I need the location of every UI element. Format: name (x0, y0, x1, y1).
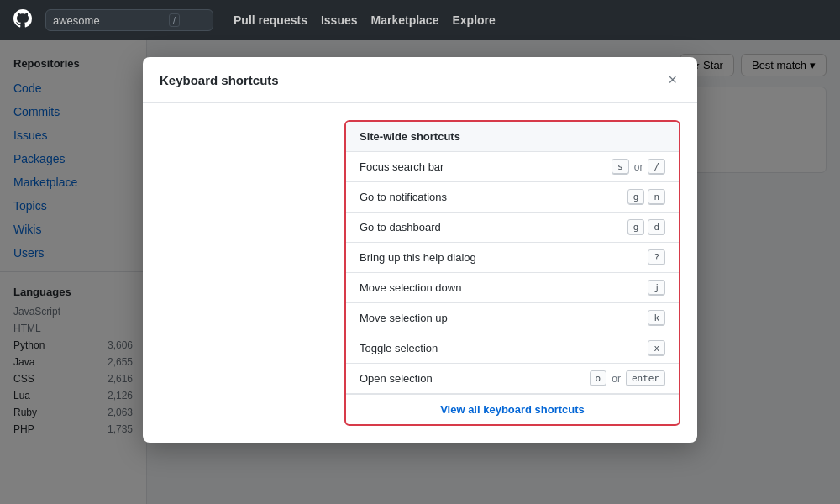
shortcut-label: Move selection down (360, 281, 461, 294)
shortcut-help-dialog: Bring up this help dialog ? (346, 243, 679, 273)
key-enter: enter (626, 370, 665, 386)
modal-right-panel: Site-wide shortcuts Focus search bar s o… (344, 120, 680, 426)
shortcut-label: Toggle selection (360, 342, 438, 354)
modal-body: Site-wide shortcuts Focus search bar s o… (143, 103, 697, 443)
shortcut-label: Open selection (360, 372, 433, 385)
modal-left-panel (160, 120, 328, 426)
shortcut-keys: o or enter (590, 370, 665, 386)
shortcut-label: Go to dashboard (360, 221, 441, 234)
shortcut-go-dashboard: Go to dashboard g d (346, 213, 679, 243)
shortcut-keys: g n (627, 189, 665, 205)
shortcuts-section-header: Site-wide shortcuts (346, 122, 679, 152)
search-input[interactable] (53, 14, 162, 27)
page-content: Repositories Code Commits Issues Package… (0, 40, 840, 504)
shortcut-label: Move selection up (360, 312, 448, 324)
modal-close-button[interactable]: × (664, 71, 680, 89)
key-j: j (648, 280, 665, 296)
shortcut-keys: j (648, 280, 665, 296)
keyboard-shortcuts-modal: Keyboard shortcuts × Site-wide shortcuts… (143, 57, 697, 443)
modal-title: Keyboard shortcuts (160, 73, 279, 87)
key-g: g (627, 219, 645, 235)
shortcut-focus-search: Focus search bar s or / (346, 152, 679, 182)
shortcut-move-up: Move selection up k (346, 303, 679, 333)
shortcut-label: Bring up this help dialog (360, 251, 476, 264)
search-box[interactable]: / (45, 9, 213, 31)
github-logo (13, 9, 32, 32)
shortcut-go-notifications: Go to notifications g n (346, 182, 679, 213)
key-d: d (648, 219, 665, 235)
shortcuts-section: Site-wide shortcuts Focus search bar s o… (344, 120, 680, 426)
topnav-explore[interactable]: Explore (452, 13, 495, 27)
view-all-shortcuts-button[interactable]: View all keyboard shortcuts (346, 394, 679, 424)
or-text: or (612, 373, 621, 385)
key-slash: / (648, 159, 665, 175)
modal-header: Keyboard shortcuts × (143, 57, 697, 103)
shortcut-toggle: Toggle selection x (346, 333, 679, 364)
search-slash-icon: / (169, 13, 180, 27)
key-x: x (648, 340, 665, 356)
shortcut-label: Go to notifications (360, 191, 447, 203)
shortcut-move-down: Move selection down j (346, 273, 679, 303)
shortcut-open: Open selection o or enter (346, 364, 679, 394)
shortcut-keys: g d (627, 219, 665, 235)
topnav-links: Pull requests Issues Marketplace Explore (234, 13, 496, 27)
shortcut-keys: ? (648, 249, 665, 265)
key-g: g (627, 189, 645, 205)
shortcut-keys: k (648, 310, 665, 326)
shortcut-keys: x (648, 340, 665, 356)
key-o: o (590, 370, 607, 386)
topnav-issues[interactable]: Issues (321, 13, 358, 27)
or-text: or (634, 161, 643, 173)
key-s: s (612, 159, 629, 175)
shortcut-keys: s or / (612, 159, 665, 175)
topnav-marketplace[interactable]: Marketplace (371, 13, 439, 27)
topnav-pull-requests[interactable]: Pull requests (234, 13, 307, 27)
key-k: k (648, 310, 665, 326)
topnav: / Pull requests Issues Marketplace Explo… (0, 0, 840, 40)
key-n: n (648, 189, 665, 205)
shortcut-label: Focus search bar (360, 160, 444, 173)
key-question: ? (648, 249, 665, 265)
